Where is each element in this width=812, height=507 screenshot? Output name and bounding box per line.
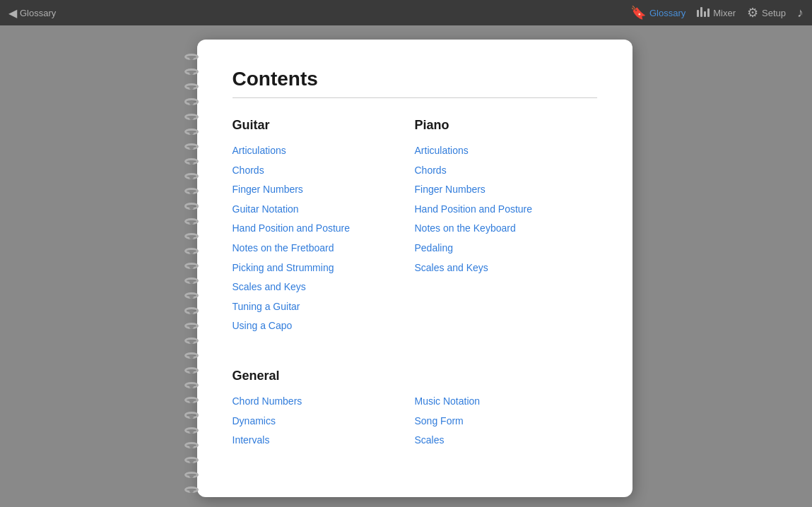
link-piano-chords[interactable]: Chords xyxy=(415,164,583,178)
general-links-col1: Chord Numbers Dynamics Intervals xyxy=(233,395,401,448)
link-scales[interactable]: Scales xyxy=(415,434,583,448)
contents-grid: Guitar Articulations Chords Finger Numbe… xyxy=(233,118,597,469)
nav-setup[interactable]: ⚙ Setup xyxy=(747,5,786,20)
link-guitar-capo[interactable]: Using a Capo xyxy=(233,319,401,333)
spiral-ring xyxy=(184,54,199,60)
nav-glossary[interactable]: 🔖 Glossary xyxy=(630,5,686,20)
main-area: Contents Guitar Articulations Chords Fin… xyxy=(0,25,812,507)
mixer-icon xyxy=(697,7,710,19)
spiral-ring xyxy=(184,397,199,403)
guitar-heading: Guitar xyxy=(233,118,401,133)
spiral-ring xyxy=(184,173,199,179)
link-guitar-scales-keys[interactable]: Scales and Keys xyxy=(233,280,401,294)
spiral-ring xyxy=(184,248,199,254)
spiral-ring xyxy=(184,218,199,225)
piano-section: Piano Articulations Chords Finger Number… xyxy=(415,118,597,354)
piano-heading: Piano xyxy=(415,118,583,133)
spiral-ring xyxy=(184,457,199,463)
spiral-ring xyxy=(184,307,199,314)
link-song-form[interactable]: Song Form xyxy=(415,414,583,429)
spiral-ring xyxy=(184,352,199,359)
general-col2: Music Notation Song Form Scales xyxy=(415,395,597,469)
general-section: General Chord Numbers Dynamics Intervals xyxy=(233,369,597,469)
spiral-ring xyxy=(184,472,199,478)
link-guitar-hand-position[interactable]: Hand Position and Posture xyxy=(233,222,401,236)
spiral-ring xyxy=(184,487,199,493)
link-guitar-articulations[interactable]: Articulations xyxy=(233,144,401,158)
spiral-ring xyxy=(184,278,199,284)
topbar: ◀ Glossary 🔖 Glossary Mixer ⚙ Setup xyxy=(0,0,812,25)
spiral-ring xyxy=(184,442,199,448)
spiral-ring xyxy=(184,143,199,150)
topbar-left: ◀ Glossary xyxy=(8,6,56,20)
general-col1: Chord Numbers Dynamics Intervals xyxy=(233,395,415,469)
spiral-ring xyxy=(184,98,199,105)
link-music-notation[interactable]: Music Notation xyxy=(415,395,583,409)
nav-setup-label: Setup xyxy=(762,8,786,18)
spiral-ring xyxy=(184,158,199,165)
spiral-ring xyxy=(184,188,199,194)
link-chord-numbers[interactable]: Chord Numbers xyxy=(233,395,401,409)
spiral-ring xyxy=(184,233,199,239)
spiral-ring xyxy=(184,114,199,120)
nav-music[interactable]: ♪ xyxy=(797,6,804,20)
link-guitar-finger-numbers[interactable]: Finger Numbers xyxy=(233,183,401,197)
music-note-icon: ♪ xyxy=(797,6,804,20)
nav-mixer[interactable]: Mixer xyxy=(697,7,736,19)
spiral-ring xyxy=(184,382,199,388)
spiral-ring xyxy=(184,203,199,209)
link-guitar-tuning[interactable]: Tuning a Guitar xyxy=(233,300,401,314)
back-label: Glossary xyxy=(20,8,56,18)
link-guitar-notes-fretboard[interactable]: Notes on the Fretboard xyxy=(233,241,401,256)
general-links-col2: Music Notation Song Form Scales xyxy=(415,395,583,448)
spiral-ring xyxy=(184,263,199,269)
nav-glossary-label: Glossary xyxy=(649,8,686,18)
topbar-right: 🔖 Glossary Mixer ⚙ Setup ♪ xyxy=(630,0,804,25)
link-guitar-notation[interactable]: Guitar Notation xyxy=(233,203,401,217)
link-piano-scales-keys[interactable]: Scales and Keys xyxy=(415,261,583,275)
glossary-icon: 🔖 xyxy=(630,5,646,20)
spiral-binding xyxy=(180,40,203,493)
spiral-ring xyxy=(184,367,199,374)
link-piano-finger-numbers[interactable]: Finger Numbers xyxy=(415,183,583,197)
link-guitar-chords[interactable]: Chords xyxy=(233,164,401,178)
guitar-links: Articulations Chords Finger Numbers Guit… xyxy=(233,144,401,333)
spiral-ring xyxy=(184,323,199,329)
general-heading: General xyxy=(233,369,597,383)
nav-mixer-label: Mixer xyxy=(713,8,736,18)
page-divider xyxy=(233,97,597,98)
link-guitar-picking[interactable]: Picking and Strumming xyxy=(233,261,401,275)
notebook-wrapper: Contents Guitar Articulations Chords Fin… xyxy=(180,40,632,493)
spiral-ring xyxy=(184,83,199,90)
notebook-page: Contents Guitar Articulations Chords Fin… xyxy=(197,40,632,497)
spiral-ring xyxy=(184,338,199,344)
spiral-ring xyxy=(184,292,199,299)
link-piano-pedaling[interactable]: Pedaling xyxy=(415,241,583,256)
general-grid: Chord Numbers Dynamics Intervals Music N… xyxy=(233,395,597,469)
gear-icon: ⚙ xyxy=(747,5,758,20)
piano-links: Articulations Chords Finger Numbers Hand… xyxy=(415,144,583,275)
link-piano-notes-keyboard[interactable]: Notes on the Keyboard xyxy=(415,222,583,236)
spiral-ring xyxy=(184,427,199,434)
link-piano-hand-position[interactable]: Hand Position and Posture xyxy=(415,203,583,217)
guitar-section: Guitar Articulations Chords Finger Numbe… xyxy=(233,118,415,354)
spiral-ring xyxy=(184,68,199,75)
link-dynamics[interactable]: Dynamics xyxy=(233,414,401,429)
back-button[interactable]: ◀ Glossary xyxy=(8,6,56,20)
link-intervals[interactable]: Intervals xyxy=(233,434,401,448)
spiral-ring xyxy=(184,412,199,418)
page-title: Contents xyxy=(233,68,597,90)
spiral-ring xyxy=(184,129,199,135)
back-arrow-icon: ◀ xyxy=(8,6,17,20)
link-piano-articulations[interactable]: Articulations xyxy=(415,144,583,158)
